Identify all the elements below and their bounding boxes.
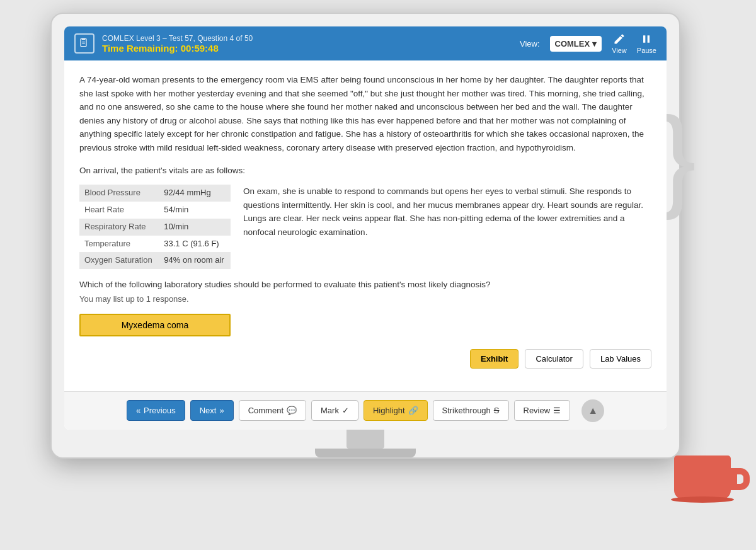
stand-neck	[346, 430, 384, 449]
previous-button[interactable]: « Previous	[127, 400, 185, 421]
content-area: A 74-year-old woman presents to the emer…	[64, 60, 667, 391]
svg-rect-0	[81, 39, 86, 47]
lab-values-button[interactable]: Lab Values	[590, 349, 651, 369]
monitor-shell: COMLEX Level 3 – Test 57, Question 4 of …	[50, 13, 680, 459]
exam-text: On exam, she is unable to respond to com…	[243, 185, 651, 269]
view-dropdown-value: COMLEX	[555, 39, 590, 49]
mark-button[interactable]: Mark ✓	[311, 400, 358, 421]
next-button[interactable]: Next »	[190, 400, 234, 421]
vitals-intro: On arrival, the patient's vitals are as …	[79, 164, 651, 178]
header-bar: COMLEX Level 3 – Test 57, Question 4 of …	[64, 26, 667, 60]
coffee-cup	[674, 443, 737, 500]
review-button[interactable]: Review ☰	[514, 400, 571, 421]
vital-label-1: Blood Pressure	[79, 185, 159, 202]
scroll-up-icon: ▲	[588, 405, 598, 416]
vital-label-4: Temperature	[79, 236, 159, 253]
bottom-nav: « Previous Next » Comment 💬 Mark ✓ Highl…	[64, 391, 667, 430]
case-text: A 74-year-old woman presents to the emer…	[79, 73, 651, 155]
vital-label-2: Heart Rate	[79, 202, 159, 219]
table-row: Oxygen Saturation 94% on room air	[79, 252, 231, 269]
view-label: View:	[520, 39, 540, 49]
table-row: Respiratory Rate 10/min	[79, 219, 231, 236]
scroll-up-button[interactable]: ▲	[581, 399, 604, 422]
stand-base	[315, 449, 416, 457]
vital-value-4: 33.1 C (91.6 F)	[159, 236, 231, 253]
vitals-table: Blood Pressure 92/44 mmHg Heart Rate 54/…	[79, 185, 231, 269]
header-info: COMLEX Level 3 – Test 57, Question 4 of …	[102, 34, 253, 54]
dropdown-arrow-icon: ▾	[592, 39, 597, 49]
mark-icon: ✓	[342, 406, 349, 415]
comment-label: Comment	[248, 406, 284, 415]
header-right: View: COMLEX ▾ View Pause	[520, 33, 656, 54]
test-info: COMLEX Level 3 – Test 57, Question 4 of …	[102, 34, 253, 43]
vitals-exam-row: Blood Pressure 92/44 mmHg Heart Rate 54/…	[79, 185, 651, 269]
vital-value-5: 94% on room air	[159, 252, 231, 269]
highlight-icon: 🔗	[408, 406, 418, 415]
strikethrough-icon: S	[494, 406, 500, 415]
pause-button[interactable]: Pause	[637, 33, 656, 54]
comment-icon: 💬	[287, 406, 297, 415]
next-icon: »	[219, 406, 224, 415]
vital-value-3: 10/min	[159, 219, 231, 236]
highlight-button[interactable]: Highlight 🔗	[364, 400, 428, 421]
next-label: Next	[200, 406, 217, 415]
exhibit-button[interactable]: Exhibit	[470, 349, 518, 369]
cup-saucer	[671, 496, 734, 503]
view-button[interactable]: View	[612, 33, 627, 54]
svg-rect-1	[82, 38, 86, 40]
strikethrough-button[interactable]: Strikethrough S	[433, 400, 509, 421]
table-row: Temperature 33.1 C (91.6 F)	[79, 236, 231, 253]
screen: COMLEX Level 3 – Test 57, Question 4 of …	[64, 26, 667, 430]
view-btn-label: View	[612, 47, 627, 54]
response-limit: You may list up to 1 response.	[79, 293, 651, 306]
strikethrough-label: Strikethrough	[442, 406, 491, 415]
comment-button[interactable]: Comment 💬	[239, 400, 306, 421]
vital-label-3: Respiratory Rate	[79, 219, 159, 236]
mark-label: Mark	[321, 406, 339, 415]
answer-option-myxedema[interactable]: Myxedema coma	[79, 314, 231, 336]
table-row: Blood Pressure 92/44 mmHg	[79, 185, 231, 202]
highlight-label: Highlight	[373, 406, 405, 415]
header-left: COMLEX Level 3 – Test 57, Question 4 of …	[74, 33, 253, 54]
view-dropdown[interactable]: COMLEX ▾	[550, 36, 602, 52]
answer-box: Myxedema coma	[79, 314, 231, 336]
previous-label: Previous	[144, 406, 176, 415]
vital-value-2: 54/min	[159, 202, 231, 219]
cup-handle	[731, 468, 750, 490]
vital-label-5: Oxygen Saturation	[79, 252, 159, 269]
previous-icon: «	[136, 406, 140, 415]
calculator-button[interactable]: Calculator	[525, 349, 583, 369]
review-icon: ☰	[553, 406, 561, 415]
time-remaining: Time Remaining: 00:59:48	[102, 43, 253, 54]
table-row: Heart Rate 54/min	[79, 202, 231, 219]
pause-btn-label: Pause	[637, 47, 656, 54]
bottom-buttons-row: Exhibit Calculator Lab Values	[79, 349, 651, 379]
review-label: Review	[524, 406, 551, 415]
test-icon	[74, 33, 94, 54]
vital-value-1: 92/44 mmHg	[159, 185, 231, 202]
monitor-stand	[64, 430, 667, 457]
cup-body	[674, 455, 731, 500]
question-text: Which of the following laboratory studie…	[79, 278, 651, 292]
